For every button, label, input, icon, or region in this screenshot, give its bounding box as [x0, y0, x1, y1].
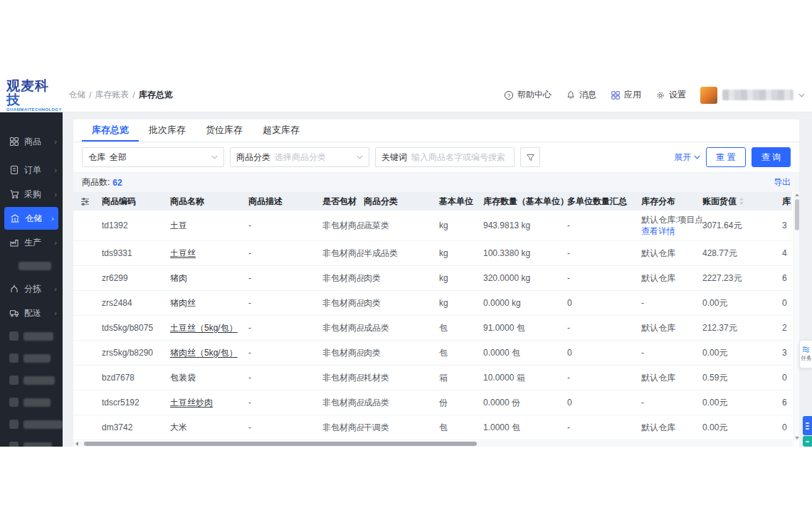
is-packaging: 非包材商品	[322, 220, 364, 232]
sidebar-item-delivery[interactable]: 配送 ›	[0, 301, 63, 325]
keyword-search-box[interactable]: 关键词	[375, 147, 515, 167]
sidebar-item-warehouse[interactable]: 仓储 ›	[4, 207, 58, 230]
product-code: zrs2484	[102, 298, 170, 308]
product-category: 蔬菜类	[364, 220, 439, 232]
product-code: tdscr5192	[102, 398, 170, 408]
chevron-right-icon: ›	[54, 238, 57, 247]
vertical-scrollbar[interactable]	[793, 192, 799, 441]
table-row: zrs5kg/b8290 猪肉丝（5kg/包） - 非包材商品 肉类 包 0.0…	[73, 341, 792, 366]
tab[interactable]: 超支库存	[253, 119, 310, 142]
header-actions: ? 帮助中心 消息 应用 设置	[504, 87, 812, 104]
products-icon	[9, 137, 19, 147]
screenshot-canvas: 观麦科技 GUANMAITECHNOLOGY 仓储 / 库存账表 / 库存总览 …	[0, 0, 812, 527]
product-code: tds9331	[102, 248, 170, 258]
reset-button[interactable]: 重 置	[706, 147, 745, 167]
col-header-packaging: 是否包材	[322, 196, 364, 208]
category-select[interactable]: 商品分类 选择商品分类	[230, 147, 369, 167]
product-name[interactable]: 土豆丝	[170, 247, 248, 260]
settings-button[interactable]: 设置	[655, 89, 686, 101]
breadcrumb-level2[interactable]: 库存账表	[95, 89, 129, 101]
product-name[interactable]: 土豆	[170, 220, 248, 232]
sidebar-item-redacted	[0, 347, 63, 369]
table-row: tdscr5192 土豆丝炒肉 - 非包材商品 成品类 份 0.0000 份 0	[73, 390, 792, 415]
col-header-book-value[interactable]: 账面货值	[702, 196, 782, 208]
base-unit: 箱	[439, 372, 483, 384]
horizontal-scroll-thumb[interactable]	[84, 442, 477, 446]
stock-qty: 0.0000 包	[483, 347, 567, 359]
help-center-button[interactable]: ? 帮助中心	[504, 89, 552, 101]
vertical-scroll-thumb[interactable]	[795, 199, 799, 230]
tab-label: 批次库存	[149, 124, 186, 137]
top-header: 观麦科技 GUANMAITECHNOLOGY 仓储 / 库存账表 / 库存总览 …	[0, 78, 812, 112]
product-name-text: 猪肉	[170, 273, 187, 283]
sidebar-item-purchasing[interactable]: 采购 ›	[0, 182, 63, 206]
sidebar-item-sorting[interactable]: 分拣 ›	[0, 277, 63, 301]
product-name[interactable]: 包装袋	[170, 372, 248, 384]
sidebar-label: 采购	[24, 188, 49, 201]
book-value: 0.00元	[702, 422, 782, 434]
tab[interactable]: 库存总览	[82, 119, 139, 142]
scroll-up-arrow[interactable]	[795, 193, 799, 196]
brand-logo[interactable]: 观麦科技 GUANMAITECHNOLOGY	[0, 79, 63, 112]
view-details-link[interactable]: 查看详情	[641, 225, 702, 237]
inventory-card: 库存总览 批次库存 货位库存 超支库存	[73, 119, 799, 447]
scroll-left-arrow[interactable]	[75, 442, 78, 446]
breadcrumb-level1[interactable]: 仓储	[68, 89, 85, 101]
scroll-down-arrow[interactable]	[795, 437, 799, 440]
filter-funnel-button[interactable]	[520, 147, 540, 167]
multi-unit-total: -	[567, 422, 641, 432]
warehouse-icon	[10, 213, 20, 223]
keyword-input[interactable]	[411, 152, 508, 162]
messages-label: 消息	[579, 89, 596, 101]
user-menu[interactable]	[700, 87, 805, 104]
is-packaging: 非包材商品	[322, 297, 364, 309]
sidebar-item-redacted	[0, 391, 63, 413]
export-button[interactable]: 导出	[774, 176, 791, 188]
tab[interactable]: 货位库存	[196, 119, 253, 142]
task-label: 任务	[801, 354, 811, 361]
sort-icon[interactable]	[739, 197, 744, 206]
product-name[interactable]: 土豆丝炒肉	[170, 397, 248, 409]
sidebar-item-production[interactable]: 生产 ›	[0, 230, 63, 255]
tab-bar: 库存总览 批次库存 货位库存 超支库存	[73, 119, 799, 142]
search-button[interactable]: 查 询	[752, 147, 791, 167]
product-name-text: 包装袋	[170, 373, 196, 383]
stock-qty: 0.0000 kg	[483, 298, 567, 308]
multi-unit-total: -	[567, 248, 641, 258]
product-name[interactable]: 猪肉	[170, 272, 248, 284]
multi-unit-total: -	[567, 273, 641, 283]
product-name[interactable]: 大米	[170, 422, 248, 434]
product-category: 成品类	[364, 322, 439, 334]
warehouse-select[interactable]: 仓库 全部	[82, 147, 224, 167]
avatar	[700, 87, 717, 104]
product-name[interactable]: 猪肉丝（5kg/包）	[170, 347, 248, 359]
column-settings-icon	[80, 197, 90, 206]
is-packaging: 非包材商品	[322, 372, 364, 384]
brand-subtitle: GUANMAITECHNOLOGY	[6, 107, 63, 112]
product-category: 耗材类	[364, 372, 439, 384]
floating-widget-blue[interactable]	[803, 416, 812, 435]
product-name[interactable]: 土豆丝（5kg/包）	[170, 322, 248, 334]
expand-toggle[interactable]: 展开	[674, 151, 700, 164]
col-header-category: 商品分类	[364, 196, 439, 208]
chevron-down-icon	[357, 155, 363, 159]
product-code: bzd7678	[102, 373, 170, 383]
product-name[interactable]: 猪肉丝	[170, 297, 248, 309]
app-body: 商品 › 订单 › 采购 › 仓储 ›	[0, 112, 812, 447]
stock-distribution: -	[641, 344, 702, 362]
tab[interactable]: 批次库存	[139, 119, 196, 142]
col-header-desc: 商品描述	[248, 196, 322, 208]
col-header-multi-unit: 多单位数量汇总	[567, 196, 641, 208]
breadcrumb-separator: /	[132, 90, 135, 100]
floating-widget-teal[interactable]	[803, 436, 812, 447]
apps-button[interactable]: 应用	[611, 89, 641, 101]
messages-button[interactable]: 消息	[566, 89, 596, 101]
sidebar-item-orders[interactable]: 订单 ›	[0, 158, 63, 182]
sidebar-item-products[interactable]: 商品 ›	[0, 129, 63, 154]
gear-icon	[655, 90, 665, 100]
truck-icon	[9, 308, 19, 318]
floating-task-tab[interactable]: 任务	[799, 340, 812, 368]
book-value: 0.00元	[702, 397, 782, 409]
horizontal-scrollbar[interactable]	[73, 441, 793, 447]
column-settings-button[interactable]	[80, 197, 102, 206]
